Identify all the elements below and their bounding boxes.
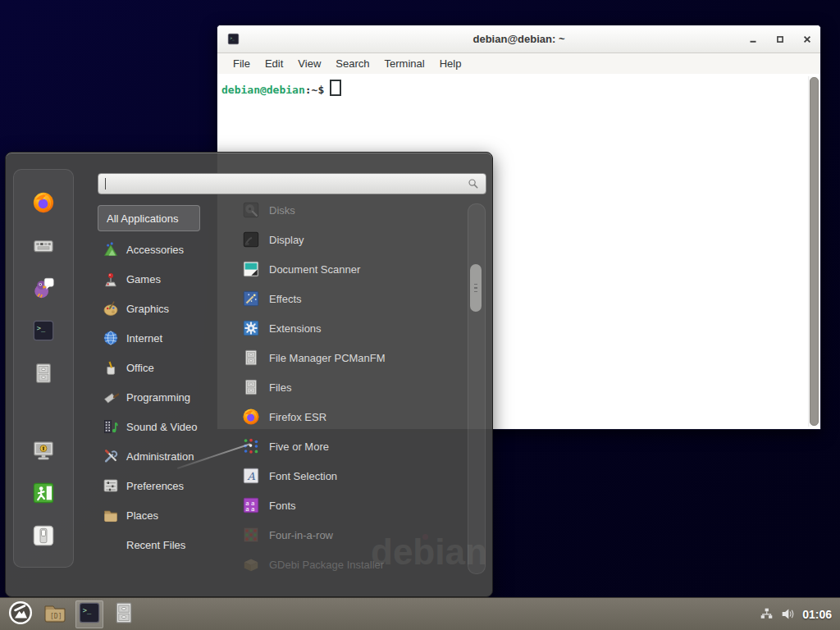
category-sound-video[interactable]: Sound & Video	[98, 412, 229, 441]
logout-icon	[32, 493, 55, 507]
app-label: Four-in-a-row	[269, 529, 333, 541]
file-cabinet-icon	[242, 349, 260, 367]
app-firefox-esr[interactable]: Firefox ESR	[237, 402, 463, 431]
system-logout[interactable]	[32, 482, 55, 504]
app-label: File Manager PCManFM	[269, 352, 386, 364]
gdebi-icon	[242, 555, 260, 573]
system-tray: 01:06	[760, 607, 833, 621]
file-cabinet-icon	[242, 378, 260, 396]
lock-screen-icon	[32, 450, 55, 464]
category-label: Internet	[126, 332, 162, 345]
close-icon	[803, 32, 811, 47]
system-lock-screen[interactable]	[32, 439, 55, 462]
svg-text:>_: >_	[37, 324, 46, 332]
maximize-icon	[776, 32, 784, 47]
games-icon	[103, 271, 119, 287]
app-font-selection[interactable]: AFont Selection	[237, 461, 463, 491]
terminal-menu-view[interactable]: View	[290, 53, 328, 74]
app-list-scrollbar-thumb[interactable]	[470, 264, 482, 312]
app-list-scrollbar[interactable]	[468, 203, 486, 574]
system-shutdown[interactable]	[32, 524, 55, 547]
places-icon	[103, 507, 119, 523]
shutdown-icon	[32, 536, 55, 550]
favorite-software-keyboard[interactable]	[32, 234, 55, 257]
app-four-in-a-row[interactable]: Four-in-a-row	[237, 520, 463, 550]
category-graphics[interactable]: Graphics	[98, 294, 229, 323]
minimize-button[interactable]	[747, 34, 758, 44]
terminal-cursor	[330, 80, 341, 96]
category-recent-files[interactable]: Recent Files	[98, 530, 229, 559]
category-label: Administration	[126, 450, 194, 463]
app-extensions[interactable]: Extensions	[237, 313, 463, 343]
category-internet[interactable]: Internet	[98, 323, 229, 353]
app-label: GDebi Package Installer	[269, 559, 384, 571]
category-label: Accessories	[126, 244, 184, 256]
maximize-button[interactable]	[774, 34, 785, 44]
taskbar-file-cabinet-launcher[interactable]	[110, 600, 138, 628]
terminal-icon: >_	[32, 331, 55, 345]
menu-favorites-panel: >_	[13, 169, 74, 568]
terminal-titlebar[interactable]: >_ debian@debian: ~	[217, 25, 820, 53]
close-button[interactable]	[801, 34, 812, 44]
scanner-icon	[242, 260, 260, 278]
terminal-scrollbar[interactable]	[808, 76, 819, 427]
network-icon[interactable]	[760, 607, 774, 621]
prompt-user-host: debian@debian	[221, 84, 305, 96]
taskbar-folder-d-launcher[interactable]: [D]	[41, 600, 69, 628]
svg-text:>_: >_	[83, 606, 92, 614]
app-effects[interactable]: Effects	[237, 284, 463, 313]
taskbar-terminal-active-task[interactable]: >_	[75, 600, 103, 628]
favorite-file-cabinet[interactable]	[32, 362, 55, 385]
volume-icon[interactable]	[781, 607, 795, 621]
disks-icon	[242, 201, 260, 219]
category-programming[interactable]: Programming	[98, 382, 229, 412]
terminal-menubar: FileEditViewSearchTerminalHelp	[217, 53, 820, 74]
category-label: Graphics	[126, 303, 169, 315]
menu-launcher-icon	[8, 600, 33, 628]
terminal-window-title: debian@debian: ~	[217, 25, 820, 52]
favorite-firefox[interactable]	[32, 191, 55, 214]
terminal-menu-search[interactable]: Search	[328, 53, 377, 74]
taskbar: [D]>_ 01:06	[0, 597, 840, 630]
favorite-terminal[interactable]: >_	[32, 319, 55, 342]
app-label: Disks	[269, 204, 295, 217]
graphics-icon	[103, 300, 119, 317]
app-document-scanner[interactable]: Document Scanner	[237, 254, 463, 284]
taskbar-clock: 01:06	[802, 608, 832, 621]
category-office[interactable]: Office	[98, 353, 229, 382]
menu-search-box[interactable]	[98, 173, 486, 194]
app-label: Effects	[269, 293, 302, 305]
category-games[interactable]: Games	[98, 264, 229, 294]
search-icon	[468, 178, 479, 189]
four-in-a-row-icon	[242, 526, 260, 544]
app-file-manager-pcmanfm[interactable]: File Manager PCManFM	[237, 343, 463, 372]
terminal-icon: >_	[78, 601, 101, 628]
terminal-menu-terminal[interactable]: Terminal	[377, 53, 432, 74]
terminal-scrollbar-thumb[interactable]	[810, 77, 819, 426]
app-label: Display	[269, 234, 304, 246]
app-files[interactable]: Files	[237, 372, 463, 402]
effects-icon	[242, 290, 260, 308]
window-controls	[747, 25, 812, 52]
app-gdebi-package-installer[interactable]: GDebi Package Installer	[237, 550, 463, 579]
terminal-menu-file[interactable]: File	[226, 53, 258, 74]
terminal-menu-help[interactable]: Help	[432, 53, 469, 74]
category-label: Preferences	[126, 480, 184, 492]
folder-d-icon: [D]	[43, 600, 67, 628]
svg-text:[D]: [D]	[50, 612, 62, 619]
app-disks[interactable]: Disks	[237, 195, 463, 225]
category-preferences[interactable]: Preferences	[98, 471, 229, 500]
category-all-applications[interactable]: All Applications	[98, 205, 200, 231]
app-fonts[interactable]: a aa aFonts	[237, 491, 463, 520]
minimize-icon	[749, 32, 757, 47]
category-accessories[interactable]: Accessories	[98, 235, 229, 264]
app-five-or-more[interactable]: Five or More	[237, 431, 463, 461]
app-display[interactable]: Display	[237, 225, 463, 254]
category-label: Programming	[126, 391, 190, 404]
taskbar-menu-launcher-launcher[interactable]	[7, 600, 34, 628]
category-places[interactable]: Places	[98, 500, 229, 530]
favorite-pidgin[interactable]	[32, 276, 55, 299]
terminal-menu-edit[interactable]: Edit	[258, 53, 290, 74]
app-label: Files	[269, 381, 291, 394]
app-label: Firefox ESR	[269, 411, 326, 423]
